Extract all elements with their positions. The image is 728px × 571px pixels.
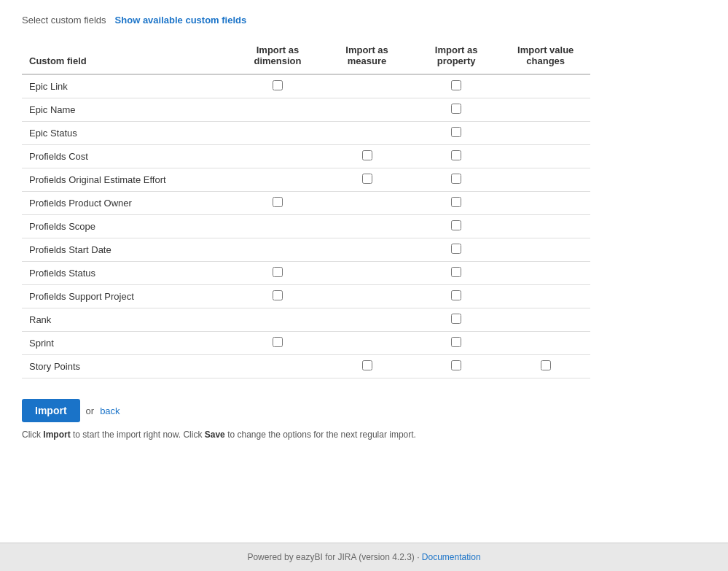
dimension-cell [233,168,323,192]
property-checkbox[interactable] [451,267,461,277]
property-checkbox[interactable] [451,80,461,90]
property-checkbox[interactable] [451,337,461,347]
back-link[interactable]: back [100,405,120,416]
measure-cell [322,262,412,285]
field-name-cell: Profields Original Estimate Effort [22,168,233,192]
measure-cell [322,238,412,262]
field-name-cell: Profields Support Project [22,285,233,308]
col-header-value-changes: Import value changes [501,40,590,74]
dimension-cell [233,122,323,145]
value-changes-cell [501,215,590,238]
property-checkbox[interactable] [451,244,461,254]
dimension-cell [233,145,323,168]
dimension-checkbox[interactable] [273,337,283,347]
dimension-cell [233,332,323,355]
field-name-cell: Story Points [22,355,233,378]
footer-text: Powered by eazyBI for JIRA (version 4.2.… [247,552,414,562]
field-name-cell: Rank [22,308,233,332]
property-cell [412,215,501,238]
dimension-checkbox[interactable] [273,267,283,277]
property-cell [412,308,501,332]
or-text: or [86,405,95,416]
property-checkbox[interactable] [451,197,461,207]
hint-text: Click Import to start the import right n… [22,430,706,440]
dimension-cell [233,308,323,332]
value-changes-cell [501,332,590,355]
table-row: Epic Link [22,74,590,98]
property-cell [412,192,501,215]
custom-fields-table: Custom field Import as dimension Import … [22,40,590,378]
field-name-cell: Profields Scope [22,215,233,238]
property-cell [412,98,501,122]
measure-checkbox[interactable] [362,150,372,160]
value-changes-cell [501,192,590,215]
property-cell [412,238,501,262]
dimension-checkbox[interactable] [273,290,283,300]
table-row: Profields Cost [22,145,590,168]
footer-separator: · [417,552,422,562]
col-header-field: Custom field [22,40,233,74]
col-header-property: Import as property [412,40,501,74]
field-name-cell: Profields Start Date [22,238,233,262]
field-name-cell: Profields Cost [22,145,233,168]
field-name-cell: Epic Name [22,98,233,122]
measure-cell [322,308,412,332]
dimension-checkbox[interactable] [273,197,283,207]
footer-docs-link[interactable]: Documentation [422,552,481,562]
table-row: Profields Original Estimate Effort [22,168,590,192]
value-changes-cell [501,74,590,98]
field-name-cell: Epic Link [22,74,233,98]
value-changes-cell [501,355,590,378]
show-fields-link[interactable]: Show available custom fields [115,15,247,26]
property-checkbox[interactable] [451,104,461,114]
import-button[interactable]: Import [22,399,80,422]
property-checkbox[interactable] [451,360,461,370]
dimension-cell [233,74,323,98]
value-changes-cell [501,122,590,145]
property-cell [412,262,501,285]
property-cell [412,332,501,355]
property-checkbox[interactable] [451,290,461,300]
table-row: Profields Status [22,262,590,285]
actions-row: Import or back Click Import to start the… [22,399,706,440]
footer: Powered by eazyBI for JIRA (version 4.2.… [0,543,728,571]
property-cell [412,285,501,308]
property-cell [412,122,501,145]
measure-cell [322,168,412,192]
table-row: Epic Name [22,98,590,122]
property-checkbox[interactable] [451,314,461,324]
dimension-cell [233,192,323,215]
measure-cell [322,285,412,308]
table-row: Profields Start Date [22,238,590,262]
measure-cell [322,145,412,168]
value-changes-cell [501,238,590,262]
dimension-cell [233,262,323,285]
value-changes-cell [501,285,590,308]
field-name-cell: Profields Product Owner [22,192,233,215]
table-row: Sprint [22,332,590,355]
dimension-cell [233,98,323,122]
value-changes-checkbox[interactable] [541,360,551,370]
value-changes-cell [501,308,590,332]
property-checkbox[interactable] [451,127,461,137]
dimension-cell [233,215,323,238]
top-row: Select custom fields Show available cust… [22,15,706,26]
actions-buttons: Import or back [22,399,706,422]
main-content: Select custom fields Show available cust… [0,0,728,543]
measure-cell [322,355,412,378]
field-name-cell: Sprint [22,332,233,355]
property-checkbox[interactable] [451,174,461,184]
col-header-dimension: Import as dimension [233,40,323,74]
dimension-checkbox[interactable] [273,80,283,90]
table-row: Profields Scope [22,215,590,238]
measure-checkbox[interactable] [362,174,372,184]
table-row: Rank [22,308,590,332]
property-checkbox[interactable] [451,150,461,160]
measure-cell [322,98,412,122]
field-name-cell: Epic Status [22,122,233,145]
measure-cell [322,192,412,215]
measure-checkbox[interactable] [362,360,372,370]
property-checkbox[interactable] [451,220,461,230]
value-changes-cell [501,98,590,122]
property-cell [412,168,501,192]
